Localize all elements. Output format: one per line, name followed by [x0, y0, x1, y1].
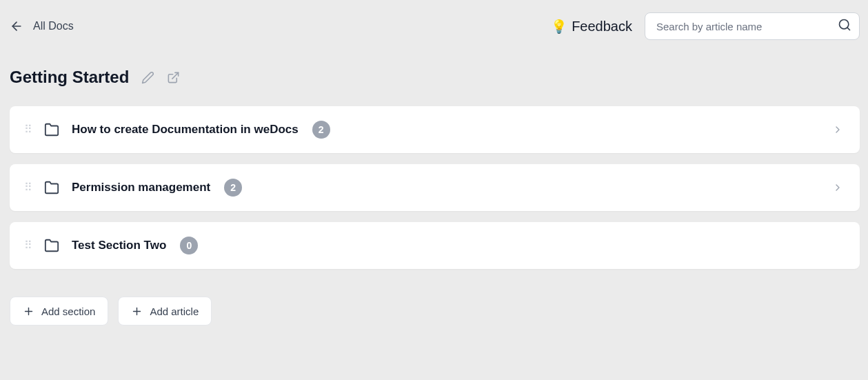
drag-handle-icon[interactable]: ⠿: [22, 185, 33, 190]
section-title: Test Section Two: [72, 239, 166, 252]
section-row[interactable]: ⠿ Test Section Two 0: [10, 222, 860, 269]
feedback-link[interactable]: 💡 Feedback: [551, 19, 632, 34]
edit-icon[interactable]: [141, 71, 154, 84]
count-badge: 0: [180, 237, 198, 254]
count-badge: 2: [224, 179, 242, 197]
page-title: Getting Started: [10, 68, 129, 87]
search-wrapper: [645, 12, 860, 40]
add-article-label: Add article: [150, 306, 199, 317]
back-to-all-docs[interactable]: All Docs: [10, 19, 74, 33]
title-row: Getting Started: [10, 68, 860, 87]
chevron-right-icon: [832, 124, 843, 135]
search-input[interactable]: [645, 12, 860, 40]
add-article-button[interactable]: Add article: [118, 297, 212, 326]
folder-icon: [44, 238, 59, 253]
feedback-label: Feedback: [572, 19, 632, 34]
add-section-button[interactable]: Add section: [10, 297, 108, 326]
folder-icon: [44, 122, 59, 137]
chevron-right-icon: [832, 182, 843, 193]
sections-list: ⠿ How to create Documentation in weDocs …: [10, 106, 860, 269]
arrow-left-icon: [10, 19, 23, 33]
lightbulb-icon: 💡: [551, 20, 567, 33]
add-section-label: Add section: [41, 306, 95, 317]
external-link-icon[interactable]: [167, 71, 180, 84]
plus-icon: [23, 306, 34, 317]
section-row[interactable]: ⠿ How to create Documentation in weDocs …: [10, 106, 860, 153]
topbar: All Docs 💡 Feedback: [10, 12, 860, 40]
section-title: How to create Documentation in weDocs: [72, 123, 299, 137]
section-title: Permission management: [72, 181, 210, 194]
count-badge: 2: [312, 121, 330, 139]
drag-handle-icon[interactable]: ⠿: [22, 127, 33, 132]
section-row[interactable]: ⠿ Permission management 2: [10, 164, 860, 211]
folder-icon: [44, 180, 59, 195]
plus-icon: [131, 306, 143, 317]
actions-row: Add section Add article: [10, 297, 860, 326]
breadcrumb-label: All Docs: [33, 20, 74, 32]
svg-line-3: [172, 72, 179, 79]
drag-handle-icon[interactable]: ⠿: [22, 243, 33, 248]
topbar-right: 💡 Feedback: [551, 12, 860, 40]
